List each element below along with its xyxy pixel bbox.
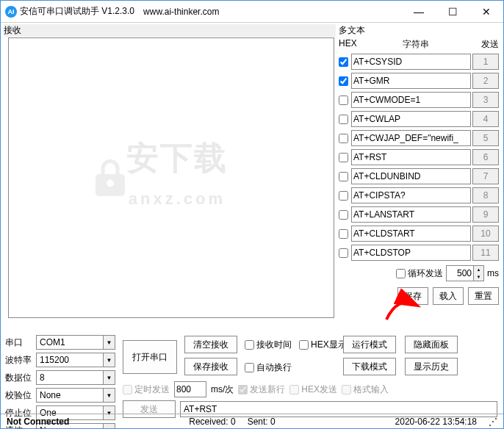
command-row: 9 bbox=[339, 205, 499, 224]
command-text-input[interactable] bbox=[351, 168, 471, 184]
databits-combo[interactable]: 8▼ bbox=[36, 370, 115, 385]
send-index-button[interactable]: 3 bbox=[472, 92, 499, 108]
baud-label: 波特率 bbox=[5, 354, 36, 367]
command-row: 1 bbox=[339, 52, 499, 71]
format-input-checkbox[interactable]: 格式输入 bbox=[342, 383, 389, 396]
multitext-panel: 多文本 HEX 字符串 发送 1234567891011 循环发送 ▲▼ ms … bbox=[339, 24, 499, 331]
command-text-input[interactable] bbox=[351, 226, 471, 242]
status-connection: Not Connected bbox=[1, 417, 75, 427]
load-button[interactable]: 载入 bbox=[433, 287, 464, 305]
chevron-down-icon[interactable]: ▼ bbox=[103, 389, 115, 402]
command-row: 2 bbox=[339, 71, 499, 90]
chevron-down-icon[interactable]: ▼ bbox=[103, 336, 115, 349]
app-logo-icon: AI bbox=[5, 6, 17, 18]
baud-combo[interactable]: 115200▼ bbox=[36, 353, 115, 367]
show-history-button[interactable]: 显示历史 bbox=[405, 358, 458, 375]
loop-send-checkbox[interactable]: 循环发送 bbox=[396, 267, 443, 280]
maximize-button[interactable]: ☐ bbox=[436, 1, 469, 23]
chevron-down-icon[interactable]: ▼ bbox=[103, 353, 115, 367]
send-index-button[interactable]: 1 bbox=[472, 54, 499, 70]
command-text-input[interactable] bbox=[351, 111, 471, 127]
send-index-button[interactable]: 6 bbox=[472, 149, 499, 165]
auto-wrap-checkbox[interactable]: 自动换行 bbox=[245, 361, 292, 374]
status-sent: Sent: 0 bbox=[242, 417, 281, 427]
send-index-button[interactable]: 2 bbox=[472, 73, 499, 89]
command-text-input[interactable] bbox=[351, 245, 471, 261]
send-index-button[interactable]: 7 bbox=[472, 168, 499, 184]
command-row: 5 bbox=[339, 129, 499, 148]
loop-interval-spinner[interactable]: ▲▼ bbox=[446, 265, 484, 281]
col-string: 字符串 bbox=[361, 38, 471, 51]
timed-send-checkbox[interactable]: 定时发送 bbox=[123, 383, 170, 396]
hex-checkbox[interactable] bbox=[339, 210, 348, 220]
send-newline-checkbox[interactable]: 发送新行 bbox=[238, 383, 285, 396]
parity-label: 校验位 bbox=[5, 389, 36, 402]
timed-interval-input[interactable] bbox=[174, 381, 206, 397]
resize-grip-icon[interactable]: ⋰ bbox=[483, 417, 503, 427]
command-row: 8 bbox=[339, 186, 499, 205]
save-button[interactable]: 保存 bbox=[397, 287, 428, 305]
watermark-lock-icon bbox=[88, 156, 132, 200]
reset-button[interactable]: 重置 bbox=[468, 287, 499, 305]
send-index-button[interactable]: 5 bbox=[472, 130, 499, 146]
minimize-button[interactable]: ― bbox=[402, 1, 436, 23]
command-text-input[interactable] bbox=[351, 73, 471, 89]
send-index-button[interactable]: 8 bbox=[472, 187, 499, 203]
chevron-down-icon[interactable]: ▼ bbox=[103, 371, 115, 384]
hex-checkbox[interactable] bbox=[339, 172, 348, 181]
send-index-button[interactable]: 11 bbox=[472, 245, 499, 261]
command-row: 3 bbox=[339, 90, 499, 109]
command-text-input[interactable] bbox=[351, 92, 471, 108]
hex-send-checkbox[interactable]: HEX发送 bbox=[289, 383, 337, 396]
hex-checkbox[interactable] bbox=[339, 95, 348, 105]
status-bar: Not Connected Received: 0 Sent: 0 2020-0… bbox=[1, 414, 503, 428]
save-receive-button[interactable]: 保存接收 bbox=[184, 358, 237, 375]
download-mode-button[interactable]: 下载模式 bbox=[343, 358, 396, 375]
ms-unit: ms bbox=[487, 268, 499, 278]
vendor-url: www.ai-thinker.com bbox=[143, 7, 219, 17]
command-row: 6 bbox=[339, 148, 499, 167]
loop-interval-input[interactable] bbox=[447, 266, 473, 281]
send-index-button[interactable]: 4 bbox=[472, 111, 499, 127]
title-bar: AI 安信可串口调试助手 V1.2.3.0 www.ai-thinker.com… bbox=[1, 1, 503, 23]
spin-down-icon[interactable]: ▼ bbox=[473, 273, 483, 281]
command-text-input[interactable] bbox=[351, 54, 471, 70]
send-index-button[interactable]: 10 bbox=[472, 226, 499, 242]
command-row: 11 bbox=[339, 243, 499, 262]
hex-checkbox[interactable] bbox=[339, 57, 348, 67]
hex-checkbox[interactable] bbox=[339, 191, 348, 201]
watermark-text: 安下载anxz.com bbox=[126, 141, 228, 212]
status-received: Received: 0 bbox=[183, 417, 241, 427]
parity-combo[interactable]: None▼ bbox=[36, 388, 115, 403]
send-index-button[interactable]: 9 bbox=[472, 206, 499, 223]
command-row: 4 bbox=[339, 109, 499, 129]
open-port-button[interactable]: 打开串口 bbox=[123, 340, 177, 374]
hex-checkbox[interactable] bbox=[339, 229, 348, 239]
command-text-input[interactable] bbox=[351, 187, 471, 203]
window-title: 安信可串口调试助手 V1.2.3.0 bbox=[20, 5, 134, 18]
run-mode-button[interactable]: 运行模式 bbox=[343, 336, 396, 353]
col-send: 发送 bbox=[471, 38, 499, 51]
hex-display-checkbox[interactable]: HEX显示 bbox=[299, 339, 347, 351]
port-combo[interactable]: COM1▼ bbox=[36, 335, 115, 350]
command-text-input[interactable] bbox=[351, 149, 471, 165]
command-text-input[interactable] bbox=[351, 130, 471, 146]
hex-checkbox[interactable] bbox=[339, 153, 348, 162]
receive-textarea[interactable]: 安下载anxz.com bbox=[8, 37, 334, 318]
hex-checkbox[interactable] bbox=[339, 115, 348, 124]
hex-checkbox[interactable] bbox=[339, 248, 348, 258]
spin-up-icon[interactable]: ▲ bbox=[473, 266, 483, 273]
multitext-title: 多文本 bbox=[339, 24, 499, 37]
clear-receive-button[interactable]: 清空接收 bbox=[184, 336, 237, 353]
command-row: 10 bbox=[339, 224, 499, 243]
receive-section-label: 接收 bbox=[4, 24, 336, 37]
command-row: 7 bbox=[339, 167, 499, 186]
hex-checkbox[interactable] bbox=[339, 134, 348, 143]
recv-time-checkbox[interactable]: 接收时间 bbox=[245, 339, 292, 351]
databits-label: 数据位 bbox=[5, 372, 36, 384]
command-text-input[interactable] bbox=[351, 206, 471, 223]
hide-panel-button[interactable]: 隐藏面板 bbox=[405, 336, 458, 353]
close-button[interactable]: ✕ bbox=[469, 1, 503, 23]
col-hex: HEX bbox=[339, 38, 361, 51]
hex-checkbox[interactable] bbox=[339, 76, 348, 86]
